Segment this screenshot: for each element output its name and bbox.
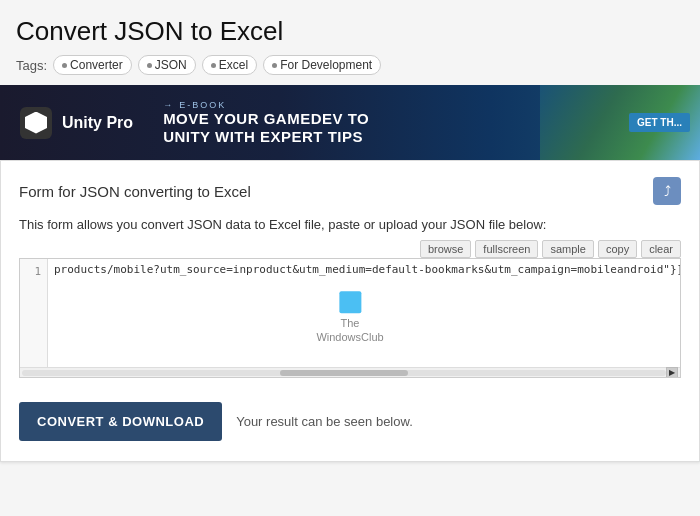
editor-toolbar: browse fullscreen sample copy clear — [19, 240, 681, 258]
editor-text-area[interactable]: products/mobile?utm_source=inproduct&utm… — [48, 259, 680, 367]
page-container: Convert JSON to Excel Tags: Converter JS… — [0, 0, 700, 462]
banner-ebook-text: E-BOOK — [179, 100, 226, 110]
line-number-1: 1 — [34, 265, 41, 278]
form-card-header: Form for JSON converting to Excel ⤴ — [19, 177, 681, 205]
horizontal-scrollbar[interactable]: ▶ — [20, 367, 680, 377]
tag-dot — [62, 63, 67, 68]
tag-json-label: JSON — [155, 58, 187, 72]
unity-brand-name: Unity Pro — [62, 114, 133, 132]
scrollbar-right-button[interactable]: ▶ — [666, 367, 678, 379]
editor-inner: 1 products/mobile?utm_source=inproduct&u… — [20, 259, 680, 367]
tag-dot-2 — [147, 63, 152, 68]
tag-dot-3 — [211, 63, 216, 68]
fullscreen-button[interactable]: fullscreen — [475, 240, 538, 258]
json-editor[interactable]: 1 products/mobile?utm_source=inproduct&u… — [19, 258, 681, 378]
sample-button[interactable]: sample — [542, 240, 593, 258]
tag-for-development-label: For Development — [280, 58, 372, 72]
share-button[interactable]: ⤴ — [653, 177, 681, 205]
banner-center: → E-BOOK MOVE YOUR GAMEDEV TO UNITY WITH… — [153, 100, 700, 146]
tags-row: Tags: Converter JSON Excel For Developme… — [0, 55, 700, 75]
banner-headline: MOVE YOUR GAMEDEV TO UNITY WITH EXPERT T… — [163, 110, 690, 146]
tag-excel[interactable]: Excel — [202, 55, 257, 75]
unity-logo-icon — [20, 107, 52, 139]
tag-converter-label: Converter — [70, 58, 123, 72]
scrollbar-thumb[interactable] — [280, 370, 409, 376]
clear-button[interactable]: clear — [641, 240, 681, 258]
banner-arrow-icon: → — [163, 100, 174, 110]
copy-button[interactable]: copy — [598, 240, 637, 258]
tag-for-development[interactable]: For Development — [263, 55, 381, 75]
tag-json[interactable]: JSON — [138, 55, 196, 75]
unity-banner[interactable]: Unity Pro → E-BOOK MOVE YOUR GAMEDEV TO … — [0, 85, 700, 160]
page-title: Convert JSON to Excel — [0, 16, 700, 47]
form-description: This form allows you convert JSON data t… — [19, 217, 681, 232]
tag-dot-4 — [272, 63, 277, 68]
result-hint-text: Your result can be seen below. — [236, 414, 413, 429]
browse-button[interactable]: browse — [420, 240, 471, 258]
tag-converter[interactable]: Converter — [53, 55, 132, 75]
banner-headline-line2: UNITY WITH EXPERT TIPS — [163, 128, 363, 145]
banner-left: Unity Pro — [0, 107, 153, 139]
share-icon: ⤴ — [664, 183, 671, 199]
scrollbar-track — [22, 370, 666, 376]
tags-label: Tags: — [16, 58, 47, 73]
form-card: Form for JSON converting to Excel ⤴ This… — [0, 160, 700, 462]
line-numbers: 1 — [20, 259, 48, 367]
banner-ebook-label: → E-BOOK — [163, 100, 690, 110]
tag-excel-label: Excel — [219, 58, 248, 72]
form-card-title: Form for JSON converting to Excel — [19, 183, 251, 200]
unity-hexagon — [25, 112, 47, 134]
editor-line1-content: products/mobile?utm_source=inproduct&utm… — [54, 263, 680, 276]
banner-headline-line1: MOVE YOUR GAMEDEV TO — [163, 110, 369, 127]
bottom-action-row: CONVERT & DOWNLOAD Your result can be se… — [19, 394, 681, 445]
convert-download-button[interactable]: CONVERT & DOWNLOAD — [19, 402, 222, 441]
